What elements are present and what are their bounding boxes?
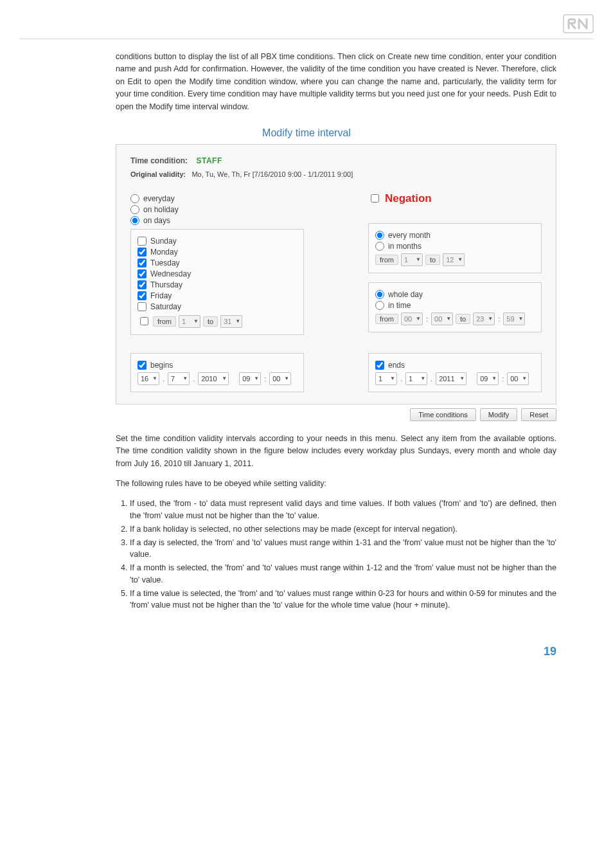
- rule-item: If a bank holiday is selected, no other …: [130, 523, 556, 536]
- original-validity-label: Original validity:: [130, 170, 186, 178]
- ends-day-select[interactable]: 1▼: [375, 372, 397, 385]
- dot-separator: .: [431, 375, 432, 383]
- sunday-label: Sunday: [150, 237, 177, 246]
- header-divider: [19, 39, 594, 39]
- on-days-radio[interactable]: [130, 216, 139, 225]
- chevron-down-icon: ▼: [284, 375, 289, 381]
- days-from-select[interactable]: 1▼: [179, 315, 200, 328]
- begins-label: begins: [150, 361, 173, 370]
- tuesday-label: Tuesday: [150, 258, 180, 267]
- time-from-min-select[interactable]: 00▼: [431, 312, 453, 325]
- wednesday-label: Wednesday: [150, 269, 191, 278]
- intro-text: conditions button to display the list of…: [116, 51, 556, 113]
- time-to-hour-select[interactable]: 23▼: [473, 312, 495, 325]
- chevron-down-icon: ▼: [416, 316, 421, 321]
- original-validity-value: Mo, Tu, We, Th, Fr [7/16/2010 9:00 - 1/1…: [191, 170, 353, 178]
- begins-month-select[interactable]: 7▼: [168, 372, 190, 385]
- months-to-label: to: [425, 255, 440, 265]
- days-to-label: to: [203, 316, 218, 327]
- chevron-down-icon: ▼: [416, 257, 421, 262]
- months-from-select[interactable]: 1▼: [401, 253, 423, 266]
- rule-item: If a time value is selected, the 'from' …: [130, 588, 556, 612]
- reset-button[interactable]: Reset: [521, 408, 556, 421]
- intro-paragraph: conditions button to display the list of…: [0, 51, 613, 113]
- everyday-radio[interactable]: [130, 194, 139, 203]
- chevron-down-icon: ▼: [193, 318, 199, 324]
- ends-year-select[interactable]: 2011▼: [436, 372, 466, 385]
- monday-label: Monday: [150, 248, 178, 257]
- in-months-label: in months: [388, 242, 422, 251]
- months-to-select[interactable]: 12▼: [443, 253, 465, 266]
- begins-hour-select[interactable]: 09▼: [239, 372, 261, 385]
- rule-item: If a day is selected, the 'from' and 'to…: [130, 537, 556, 561]
- begins-year-select[interactable]: 2010▼: [198, 372, 229, 385]
- months-box: every month in months from 1▼ to 12▼: [368, 223, 542, 273]
- in-months-radio[interactable]: [375, 242, 384, 251]
- chevron-down-icon: ▼: [222, 375, 227, 381]
- time-to-min-select[interactable]: 59▼: [503, 312, 525, 325]
- page-number: 19: [0, 613, 613, 658]
- modify-button[interactable]: Modify: [480, 408, 517, 421]
- negation-checkbox[interactable]: [371, 194, 379, 203]
- chevron-down-icon: ▼: [518, 316, 523, 321]
- ends-box: ends 1▼ . 1▼ . 2011▼ 09▼ : 00▼: [368, 353, 542, 392]
- modal-title: Modify time interval: [0, 127, 613, 139]
- days-box: Sunday Monday Tuesday Wednesday Thursday…: [130, 229, 304, 335]
- months-from-label: from: [375, 255, 398, 265]
- time-conditions-button[interactable]: Time conditions: [410, 408, 476, 421]
- every-month-radio[interactable]: [375, 231, 384, 240]
- on-days-label: on days: [143, 216, 170, 225]
- on-holiday-radio[interactable]: [130, 205, 139, 214]
- friday-checkbox[interactable]: [138, 291, 147, 300]
- time-condition-label: Time condition:: [130, 156, 188, 165]
- chevron-down-icon: ▼: [152, 375, 157, 381]
- chevron-down-icon: ▼: [390, 375, 395, 381]
- days-from-label: from: [153, 316, 176, 327]
- ends-month-select[interactable]: 1▼: [405, 372, 427, 385]
- time-condition-name: STAFF: [196, 156, 222, 165]
- begins-day-select[interactable]: 16▼: [138, 372, 159, 385]
- colon-separator: :: [498, 315, 500, 323]
- dot-separator: .: [400, 375, 402, 383]
- in-time-radio[interactable]: [375, 301, 384, 310]
- chevron-down-icon: ▼: [522, 375, 527, 381]
- saturday-label: Saturday: [150, 302, 181, 311]
- after-modal-paragraph: Set the time condition validity interval…: [116, 433, 556, 470]
- ends-hour-select[interactable]: 09▼: [477, 372, 499, 385]
- header-bar: [0, 13, 613, 39]
- days-range-checkbox[interactable]: [140, 317, 148, 325]
- begins-min-select[interactable]: 00▼: [269, 372, 291, 385]
- days-to-select[interactable]: 31▼: [220, 315, 242, 328]
- time-from-hour-select[interactable]: 00▼: [401, 312, 423, 325]
- rule-item: If used, the 'from - to' data must repre…: [130, 498, 556, 522]
- chevron-down-icon: ▼: [254, 375, 259, 381]
- time-from-label: from: [375, 314, 398, 324]
- monday-checkbox[interactable]: [138, 248, 147, 257]
- chevron-down-icon: ▼: [459, 375, 465, 381]
- everyday-label: everyday: [143, 194, 175, 203]
- chevron-down-icon: ▼: [235, 318, 240, 324]
- dot-separator: .: [193, 375, 195, 383]
- wednesday-checkbox[interactable]: [138, 269, 147, 278]
- time-box: whole day in time from 00▼ : 00▼ to 23▼ …: [368, 282, 542, 332]
- rules-intro: The following rules have to be obeyed wh…: [116, 478, 556, 490]
- chevron-down-icon: ▼: [182, 375, 188, 381]
- original-validity-row: Original validity: Mo, Tu, We, Th, Fr [7…: [130, 170, 542, 178]
- friday-label: Friday: [150, 291, 172, 300]
- saturday-checkbox[interactable]: [138, 302, 147, 311]
- chevron-down-icon: ▼: [488, 316, 493, 321]
- ends-checkbox[interactable]: [375, 361, 384, 370]
- thursday-label: Thursday: [150, 280, 182, 289]
- on-holiday-label: on holiday: [143, 205, 179, 214]
- whole-day-radio[interactable]: [375, 290, 384, 299]
- thursday-checkbox[interactable]: [138, 280, 147, 289]
- chevron-down-icon: ▼: [446, 316, 451, 321]
- rule-item: If a month is selected, the 'from' and '…: [130, 562, 556, 586]
- ends-min-select[interactable]: 00▼: [507, 372, 529, 385]
- sunday-checkbox[interactable]: [138, 237, 147, 246]
- chevron-down-icon: ▼: [420, 375, 425, 381]
- tuesday-checkbox[interactable]: [138, 258, 147, 267]
- modify-time-interval-dialog: Time condition: STAFF Original validity:…: [116, 144, 556, 404]
- begins-checkbox[interactable]: [138, 361, 147, 370]
- brand-logo-icon: [563, 13, 594, 35]
